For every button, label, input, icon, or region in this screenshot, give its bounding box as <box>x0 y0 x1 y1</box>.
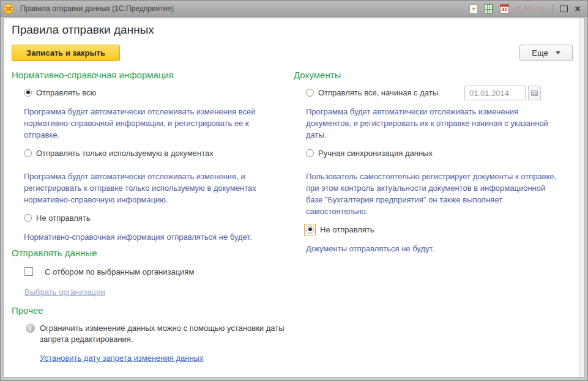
calendar-icon[interactable]: 31 <box>499 4 510 14</box>
nsi-send-used-description: Программа будет автоматически отслеживат… <box>24 171 281 205</box>
memory-m-minus-button: M- <box>538 5 546 12</box>
radio-label: Отправлять все, начиная с даты <box>318 88 438 97</box>
radio-docs-do-not-send[interactable]: Не отправлять <box>306 224 573 234</box>
radio-label: Не отправлять <box>36 213 91 223</box>
save-close-button[interactable]: Записать и закрыть <box>12 45 120 61</box>
app-window: 1С Правила отправки данных (1С:Предприят… <box>0 0 588 381</box>
filter-by-orgs-checkbox[interactable]: С отбором по выбранным организациям <box>24 267 291 276</box>
select-organizations-link[interactable]: Выбрать организации <box>24 287 105 297</box>
radio-docs-manual-sync[interactable]: Ручная синхронизация данных <box>306 148 573 158</box>
vertical-scrollbar[interactable] <box>579 18 584 377</box>
focus-outline <box>304 224 316 235</box>
send-data-heading: Отправлять данные <box>12 248 291 258</box>
radio-icon <box>306 226 314 234</box>
nsi-send-all-description: Программа будет автоматически отслеживат… <box>24 106 281 141</box>
nsi-do-not-send-description: Нормативно-справочная информация отправл… <box>24 231 281 243</box>
checkbox-icon <box>24 267 33 276</box>
docs-send-all-description: Программа будет автоматически отслеживат… <box>306 106 563 141</box>
restriction-note: i Ограничить изменение данных можно с по… <box>26 323 291 345</box>
docs-manual-sync-description: Пользователь самостоятельно регистрирует… <box>306 171 563 217</box>
checkbox-label: С отбором по выбранным организациям <box>45 267 194 276</box>
nsi-section: Нормативно-справочная информация Отправл… <box>12 70 291 363</box>
chevron-down-icon <box>556 51 560 54</box>
memory-m-plus-button: M+ <box>524 5 534 12</box>
calendar-grid-icon <box>531 91 538 96</box>
radio-icon <box>306 89 314 97</box>
more-button[interactable]: Еще <box>519 45 573 61</box>
calculator-icon[interactable] <box>483 4 494 14</box>
1c-logo-icon: 1С <box>4 4 14 14</box>
documents-section: Документы Отправлять все, начиная с даты… <box>294 70 573 259</box>
bookmark-icon[interactable]: ★ <box>468 4 479 14</box>
date-picker-button[interactable] <box>528 86 541 100</box>
radio-icon <box>306 149 314 157</box>
radio-nsi-do-not-send[interactable]: Не отправлять <box>24 213 291 223</box>
start-date-field-group <box>464 86 541 100</box>
window-titlebar[interactable]: 1С Правила отправки данных (1С:Предприят… <box>1 1 587 17</box>
radio-icon <box>24 149 32 157</box>
close-button[interactable] <box>573 4 582 13</box>
memory-m-button: M <box>514 5 519 12</box>
nsi-heading: Нормативно-справочная информация <box>12 70 291 80</box>
info-icon: i <box>26 324 35 333</box>
start-date-input[interactable] <box>464 86 526 100</box>
radio-nsi-send-used-only[interactable]: Отправлять только используемую в докумен… <box>24 148 291 158</box>
maximize-button[interactable] <box>559 4 568 13</box>
radio-icon <box>24 214 32 222</box>
radio-label: Отправлять всю <box>36 88 96 97</box>
window-title: Правила отправки данных (1С:Предприятие) <box>20 4 468 13</box>
radio-nsi-send-all[interactable]: Отправлять всю <box>24 87 291 97</box>
radio-label: Не отправлять <box>320 225 374 234</box>
page-title: Правила отправки данных <box>12 23 154 37</box>
star-icon: ★ <box>469 4 478 13</box>
titlebar-divider <box>552 4 553 13</box>
more-button-label: Еще <box>532 48 548 57</box>
other-heading: Прочее <box>12 305 291 316</box>
documents-heading: Документы <box>294 70 573 80</box>
restriction-note-text: Ограничить изменение данных можно с помо… <box>40 323 291 345</box>
docs-do-not-send-description: Документы отправляться не будут. <box>306 243 563 254</box>
set-restriction-date-link[interactable]: Установить дату запрета изменения данных <box>40 353 203 363</box>
radio-label: Отправлять только используемую в докумен… <box>36 149 214 158</box>
radio-icon <box>24 89 32 97</box>
form-content: Правила отправки данных Записать и закры… <box>3 18 585 378</box>
radio-label: Ручная синхронизация данных <box>318 149 433 158</box>
